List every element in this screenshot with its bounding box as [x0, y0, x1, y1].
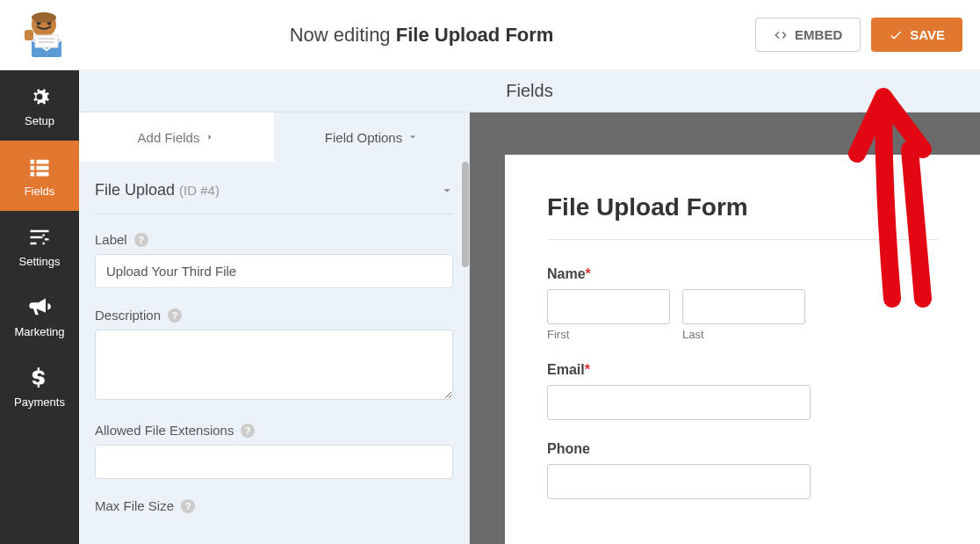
chevron-down-icon	[441, 185, 453, 197]
embed-button[interactable]: EMBED	[755, 18, 861, 52]
tab-label: Field Options	[325, 130, 402, 145]
preview-first-input	[547, 289, 670, 324]
fields-header: Fields	[79, 70, 980, 112]
tab-field-options[interactable]: Field Options	[274, 112, 469, 162]
code-icon	[774, 28, 788, 42]
list-icon	[27, 155, 52, 179]
help-icon[interactable]: ?	[181, 499, 195, 513]
svg-rect-8	[25, 30, 33, 40]
label-group: Label ?	[95, 232, 453, 288]
scrollbar[interactable]	[462, 162, 469, 267]
preview-last-sublabel: Last	[682, 328, 805, 341]
required-marker: *	[586, 266, 591, 281]
description-label: Description ?	[95, 308, 453, 323]
preview-first-sublabel: First	[547, 328, 670, 341]
divider	[547, 239, 938, 240]
top-bar: Now editing File Upload Form EMBED SAVE	[0, 0, 980, 70]
label-label: Label ?	[95, 232, 453, 247]
field-id: (ID #4)	[179, 183, 220, 198]
tab-label: Add Fields	[138, 130, 200, 145]
content: Fields Add Fields Field Options	[79, 70, 980, 544]
chevron-down-icon	[407, 132, 418, 142]
description-input[interactable]	[95, 330, 453, 400]
sidebar-label: Marketing	[14, 325, 64, 338]
save-label: SAVE	[910, 27, 945, 42]
fields-header-label: Fields	[506, 81, 552, 101]
field-section-header[interactable]: File Upload (ID #4)	[95, 162, 453, 214]
tab-add-fields[interactable]: Add Fields	[79, 112, 274, 162]
panel-content: File Upload (ID #4) Label ?	[79, 162, 469, 544]
sidebar-label: Setup	[25, 114, 54, 127]
sidebar-item-setup[interactable]: Setup	[0, 70, 79, 141]
label-input[interactable]	[95, 254, 453, 288]
required-marker: *	[585, 362, 590, 377]
preview-phone-label: Phone	[547, 441, 938, 457]
gear-icon	[27, 84, 52, 109]
sidebar-label: Payments	[14, 395, 65, 409]
sliders-icon	[27, 225, 52, 250]
sidebar-label: Fields	[25, 185, 55, 198]
max-file-size-group: Max File Size ?	[95, 498, 453, 513]
wpforms-logo	[18, 9, 70, 62]
sidebar-label: Settings	[19, 255, 61, 268]
field-type-name: File Upload	[95, 181, 175, 199]
preview-email-field[interactable]: Email*	[547, 362, 938, 420]
help-icon[interactable]: ?	[134, 233, 148, 247]
main-area: Setup Fields Settings Marketing Payments…	[0, 70, 980, 544]
allowed-ext-group: Allowed File Extensions ?	[95, 423, 453, 479]
save-button[interactable]: SAVE	[871, 18, 962, 52]
sidebar-item-settings[interactable]: Settings	[0, 211, 79, 281]
preview-last-input	[682, 289, 805, 324]
options-panel: Add Fields Field Options File Upload (ID…	[79, 112, 470, 544]
sidebar-item-fields[interactable]: Fields	[0, 141, 79, 211]
svg-rect-5	[35, 35, 58, 47]
preview-name-label: Name*	[547, 266, 938, 282]
sidebar-item-marketing[interactable]: Marketing	[0, 281, 79, 352]
field-section-title: File Upload (ID #4)	[95, 181, 220, 199]
dollar-icon	[27, 366, 52, 390]
sidebar-item-payments[interactable]: Payments	[0, 352, 79, 422]
editing-prefix: Now editing	[290, 24, 396, 46]
svg-point-3	[32, 12, 56, 23]
preview-form-title: File Upload Form	[547, 193, 938, 221]
allowed-ext-input[interactable]	[95, 445, 453, 479]
preview-card: File Upload Form Name* First	[505, 155, 980, 544]
preview-name-field[interactable]: Name* First Last	[547, 266, 938, 341]
form-name: File Upload Form	[396, 24, 554, 46]
header-buttons: EMBED SAVE	[755, 18, 962, 52]
help-icon[interactable]: ?	[168, 308, 182, 323]
content-body: Add Fields Field Options File Upload (ID…	[79, 112, 980, 544]
allowed-ext-label: Allowed File Extensions ?	[95, 423, 453, 438]
sidebar: Setup Fields Settings Marketing Payments	[0, 70, 79, 544]
preview-phone-input	[547, 464, 811, 499]
preview-email-input	[547, 385, 811, 420]
help-icon[interactable]: ?	[241, 424, 255, 438]
description-group: Description ?	[95, 308, 453, 403]
bullhorn-icon	[27, 295, 52, 320]
preview-phone-field[interactable]: Phone	[547, 441, 938, 499]
preview-panel: File Upload Form Name* First	[470, 112, 980, 544]
preview-email-label: Email*	[547, 362, 938, 378]
panel-tabs: Add Fields Field Options	[79, 112, 469, 162]
chevron-right-icon	[205, 132, 215, 142]
check-icon	[889, 28, 903, 42]
editing-title: Now editing File Upload Form	[88, 24, 755, 47]
max-file-size-label: Max File Size ?	[95, 498, 453, 513]
embed-label: EMBED	[795, 27, 842, 42]
